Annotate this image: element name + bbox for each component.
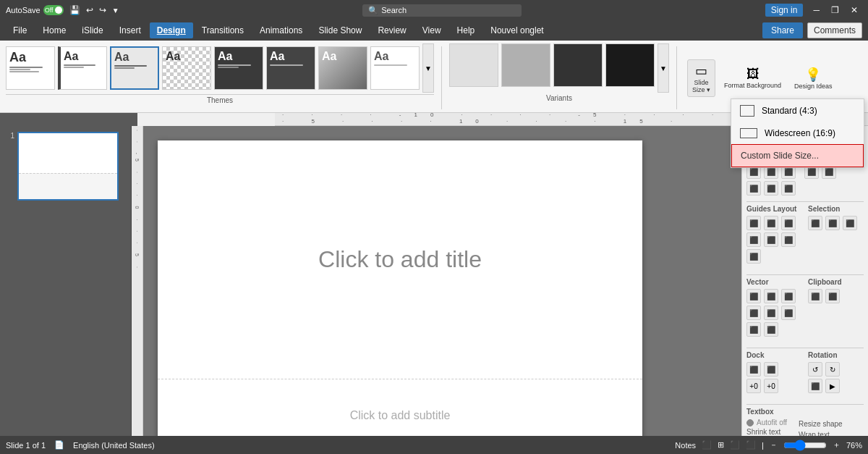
zoom-in-icon[interactable]: ＋ [833,440,841,450]
slide-canvas[interactable]: Click to add title Click to add subtitle [158,140,642,436]
vector-2[interactable]: ⬛ [764,289,778,303]
menu-islide[interactable]: iSlide [75,22,110,38]
menu-design[interactable]: Design [150,22,193,38]
menu-review[interactable]: Review [370,22,413,38]
menu-slideshow[interactable]: Slide Show [311,22,369,38]
flip-h[interactable]: ⬛ [808,379,822,393]
theme-5[interactable]: Aa [214,46,263,90]
dock-3[interactable]: +0 [746,379,761,393]
vector-1[interactable]: ⬛ [746,289,761,303]
guides-top[interactable]: ⬛ [746,232,761,247]
autosave-toggle[interactable]: Off [43,5,64,15]
title-bar-center: 🔍 Search [362,4,522,17]
menu-view[interactable]: View [415,22,448,38]
view-normal-icon[interactable]: ⬛ [702,440,712,450]
variants-scroll-down[interactable]: ▼ [658,43,669,93]
dock-1[interactable]: ⬛ [746,362,761,377]
comments-button[interactable]: Comments [807,22,862,38]
wrap-text-option[interactable]: Wrap text [799,429,843,436]
view-sort-icon[interactable]: ⊞ [718,440,724,450]
restore-button[interactable]: ❐ [827,5,843,15]
standard-option[interactable]: Standard (4:3) [731,99,864,122]
clipboard-paste[interactable]: ⬛ [825,289,840,303]
guides-add-cross[interactable]: ⬛ [764,216,778,230]
guides-extra[interactable]: ⬛ [746,249,761,264]
menu-animations[interactable]: Animations [252,22,310,38]
guides-center[interactable]: ⬛ [764,232,778,247]
slide-title-area[interactable]: Click to add title [158,140,642,379]
custom-slide-size-option[interactable]: Custom Slide Size... [731,144,864,167]
view-reading-icon[interactable]: ⬛ [730,440,740,450]
select-cursor[interactable]: ⬛ [843,216,857,230]
shrink-text-option[interactable]: Shrink text [746,426,787,436]
menu-transitions[interactable]: Transitions [195,22,251,38]
vector-5[interactable]: ⬛ [764,306,778,320]
format-background-label: Format Background [724,82,781,89]
vector-7[interactable]: ⬛ [746,322,761,337]
vector-6[interactable]: ⬛ [781,306,796,320]
resize-shape-option[interactable]: Resize shape [799,419,843,429]
themes-scroll-down[interactable]: ▼ [422,43,434,93]
clipboard-copy[interactable]: ⬛ [808,289,822,303]
zoom-out-icon[interactable]: － [770,440,778,450]
theme-7[interactable]: Aa [318,46,367,90]
slide-size-label: SlideSize ▾ [692,79,710,93]
canvas-area[interactable]: Click to add title Click to add subtitle [143,126,741,436]
vector-3[interactable]: ⬛ [781,289,796,303]
select-similar[interactable]: ⬛ [825,216,840,230]
zoom-level[interactable]: 76% [846,441,862,450]
variant-2[interactable] [501,43,550,87]
dock-2[interactable]: ⬛ [764,362,778,377]
slide-thumb-title-area [19,133,117,173]
menu-home[interactable]: Home [35,22,73,38]
guides-add-h[interactable]: ⬛ [746,216,761,230]
close-button[interactable]: ✕ [846,5,862,15]
flip-v[interactable]: ▶ [825,379,840,393]
rotate-ccw[interactable]: ↺ [808,362,822,377]
language-indicator: English (United States) [73,441,155,450]
vector-8[interactable]: ⬛ [764,322,778,337]
variant-4[interactable] [605,43,655,87]
zoom-slider[interactable] [783,440,827,451]
slide-thumbnail[interactable] [17,132,119,201]
theme-8[interactable]: Aa [370,46,420,90]
widescreen-option[interactable]: Widescreen (16:9) [731,122,864,144]
variant-1[interactable] [449,43,498,87]
theme-3[interactable]: Aa [110,46,159,90]
menu-help[interactable]: Help [450,22,482,38]
save-icon[interactable]: 💾 [69,5,80,15]
minimize-button[interactable]: ─ [809,5,824,15]
slide-subtitle-placeholder[interactable]: Click to add subtitle [350,409,451,422]
guides-add-v[interactable]: ⬛ [781,216,796,230]
slide-size-button[interactable]: ▭ SlideSize ▾ [687,59,715,97]
undo-icon[interactable]: ↩ [86,5,93,15]
slide-title-placeholder[interactable]: Click to add title [318,246,482,273]
design-ideas-button[interactable]: 💡 Design Ideas [790,64,837,93]
view-presenter-icon[interactable]: ⬛ [746,440,756,450]
autofit-off-option[interactable]: Autofit off [746,419,787,426]
select-all[interactable]: ⬛ [808,216,822,230]
vector-4[interactable]: ⬛ [746,306,761,320]
format-background-button[interactable]: 🖼 Format Background [720,64,786,92]
notes-button[interactable]: Notes [675,441,696,450]
share-button[interactable]: Share [762,22,803,38]
variant-3[interactable] [553,43,603,87]
theme-6[interactable]: Aa [266,46,315,90]
guides-bottom[interactable]: ⬛ [781,232,796,247]
slide-subtitle-area[interactable]: Click to add subtitle [158,379,642,436]
redo-icon[interactable]: ↪ [99,5,106,15]
align-v-icon[interactable]: ⬛ [746,181,761,196]
dock-4[interactable]: +0 [764,379,778,393]
theme-4[interactable]: Aa [162,46,211,90]
menu-nouvel[interactable]: Nouvel onglet [483,22,550,38]
rotate-cw[interactable]: ↻ [825,362,840,377]
theme-1[interactable]: Aa [6,46,55,90]
align-h-icon[interactable]: ⬛ [764,181,778,196]
theme-2[interactable]: Aa [58,46,107,90]
customize-icon[interactable]: ▼ [112,7,119,14]
signin-button[interactable]: Sign in [765,4,804,17]
smart-guides-icon[interactable]: ⬛ [781,181,796,196]
slide-size-icon: ▭ [695,63,707,79]
menu-insert[interactable]: Insert [112,22,148,38]
menu-file[interactable]: File [6,22,34,38]
